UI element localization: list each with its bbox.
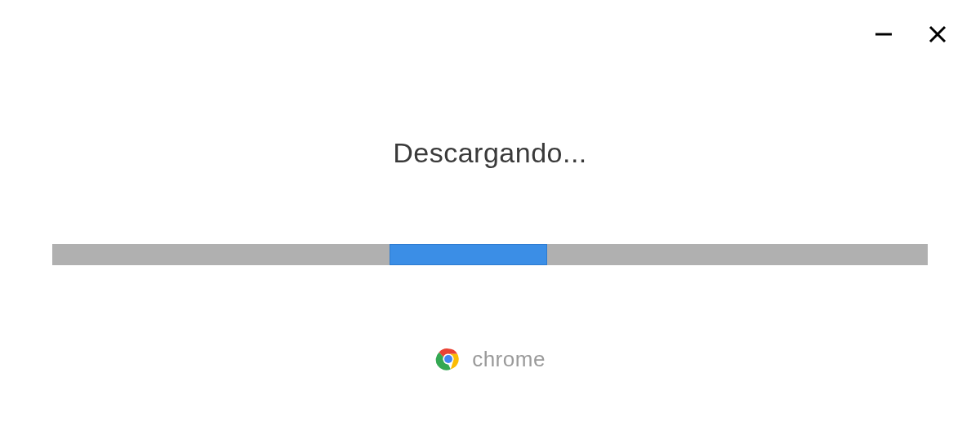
chrome-icon bbox=[434, 345, 462, 373]
progress-bar bbox=[52, 244, 928, 265]
brand-footer: chrome bbox=[434, 345, 546, 373]
svg-point-5 bbox=[444, 355, 452, 363]
brand-label: chrome bbox=[472, 347, 546, 372]
installer-content: Descargando... chrome bbox=[0, 0, 980, 448]
progress-fill bbox=[390, 244, 547, 265]
status-text: Descargando... bbox=[393, 137, 587, 169]
